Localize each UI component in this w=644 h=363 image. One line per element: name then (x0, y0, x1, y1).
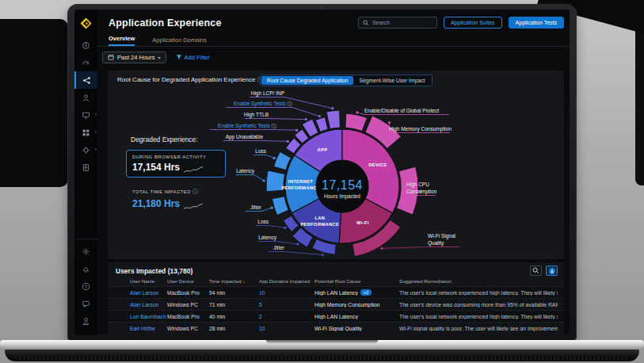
callout-line (258, 242, 298, 245)
cause-segment-high-lcp-inp[interactable] (326, 110, 340, 129)
callout-label-latency: Latency (236, 168, 255, 174)
callout-label-high-ttlb: High TTLB (244, 112, 269, 118)
callout-dot (318, 115, 321, 117)
column-header-user-device[interactable]: User Device (167, 278, 209, 284)
time-impacted-cell: 40 min (209, 314, 259, 319)
column-header-time-impacted[interactable]: Time Impacted ↓ (209, 278, 259, 284)
user-name-link[interactable]: Alan Larson (130, 290, 167, 296)
sidebar-item-monitoring[interactable] (74, 36, 97, 54)
page-background: ››› ? Application Experience Application… (0, 0, 644, 363)
column-header-user-name[interactable]: User Name (130, 278, 167, 284)
search-box[interactable] (358, 17, 437, 29)
app-domains-cell[interactable]: 10 (259, 326, 314, 331)
user-name-link[interactable]: Lori Baumbach (130, 314, 167, 319)
toggle-segment-wise-user-impact[interactable]: Segment-Wise User Impact (353, 76, 430, 85)
callout-dot (331, 107, 333, 109)
filter-row: Past 24 Hours ▾ Add Filter (97, 47, 570, 67)
gear-icon (82, 247, 90, 256)
app-domains-cell[interactable]: 10 (259, 290, 314, 296)
info-icon[interactable]: ⓘ (192, 189, 199, 194)
remediation-cell: The user's local network experienced hig… (399, 290, 558, 296)
trend-sparkline-icon (184, 202, 203, 209)
app-domains-cell[interactable]: 2 (259, 314, 314, 319)
remediation-cell: Wi-Fi signal quality is poor. The user w… (399, 326, 558, 331)
sidebar-item-dashboard[interactable] (74, 54, 97, 71)
callout-label-enable-disable-of-global-protect: Enable/Disable of Global Protect (364, 108, 439, 113)
remediation-cell: The user's local network experienced hig… (399, 314, 558, 319)
column-header-potential-root-cause[interactable]: Potential Root Cause (314, 278, 399, 284)
callout-label-enable-synthetic-tests: Enable Synthetic Tests ⓘ (234, 101, 292, 107)
column-header-suggested-remediation[interactable]: Suggested Remediation (399, 278, 558, 284)
column-header-app-domains-impacted[interactable]: App Domains Impacted (259, 278, 314, 284)
callout-line (382, 247, 459, 249)
search-input[interactable] (372, 20, 433, 25)
table-row[interactable]: Lori BaumbachMacBook Pro40 min2High LAN … (108, 310, 564, 322)
additional-causes-badge[interactable]: +2 (360, 289, 372, 296)
callout-dot (273, 157, 276, 159)
laptop-camera (321, 6, 323, 9)
callout-dot (296, 243, 299, 245)
callout-line (223, 141, 288, 142)
callout-label-high-memory-consumption: High Memory Consumption (389, 126, 452, 132)
sidebar-item-devices[interactable]: › (74, 106, 97, 124)
cause-segment-enable-disable-of-global-protect[interactable] (345, 113, 368, 131)
callout-label-high-cpu-consumption: High CPU (406, 182, 429, 188)
sidebar-item-notifications[interactable] (74, 260, 97, 277)
table-search-button[interactable] (530, 266, 542, 276)
callout-label-wi-fi-signal-quality: Quality (428, 240, 444, 246)
tab-overview[interactable]: Overview (109, 35, 135, 46)
callout-dot (388, 121, 391, 124)
tab-application-domains[interactable]: Application Domains (152, 36, 206, 46)
help-icon: ? (82, 282, 90, 291)
application-tests-button[interactable]: Application Tests (509, 17, 564, 29)
callout-line (210, 130, 296, 131)
sidebar-item-services[interactable]: › (74, 141, 97, 159)
performance-gauge-icon (82, 59, 90, 67)
callout-dot (322, 254, 324, 256)
callout-dot (287, 140, 289, 143)
chart-view-toggle: Root Cause Degraded ApplicationSegment-W… (260, 75, 433, 86)
user-icon (82, 94, 90, 102)
callout-dot (263, 180, 265, 182)
add-filter-button[interactable]: Add Filter (176, 54, 210, 61)
table-header-row: User NameUser DeviceTime Impacted ↓App D… (108, 278, 564, 286)
sidebar-item-application-experience[interactable] (74, 71, 97, 89)
app-domains-cell[interactable]: 5 (259, 302, 314, 308)
callout-label-latency: Latency (258, 235, 277, 241)
user-device-cell: MacBook Pro (167, 290, 209, 296)
service-gear-icon (82, 146, 90, 155)
root-cause-panel: Root Cause for Degraded Application Expe… (108, 71, 564, 259)
ring-label-wi-fi: Wi-Fi (356, 220, 369, 225)
user-name-link[interactable]: Alan Larson (130, 302, 167, 308)
background-shape-left (0, 19, 68, 187)
sidebar-item-applications[interactable]: › (74, 124, 97, 141)
user-name-link[interactable]: Earl Hirthe (130, 326, 167, 331)
callout-line (253, 155, 274, 159)
chart-title: Root Cause for Degraded Application Expe… (117, 76, 263, 84)
ring-label-internet-performance: INTERNET (288, 179, 314, 184)
sidebar-item-settings[interactable] (74, 243, 97, 260)
brand-logo-icon[interactable] (74, 10, 97, 36)
application-suites-button[interactable]: Application Suites (444, 17, 502, 29)
table-export-button[interactable] (546, 266, 558, 276)
chevron-right-icon: › (95, 112, 97, 117)
stats-heading: Degraded Experience: (131, 136, 226, 143)
ring-label-lan-performance: PERFORMANCE (300, 222, 339, 227)
toggle-root-cause-degraded-application[interactable]: Root Cause Degraded Application (261, 76, 353, 85)
callout-label-enable-synthetic-tests: Enable Synthetic Tests ⓘ (218, 123, 276, 129)
callout-line (236, 175, 265, 182)
sidebar-item-account[interactable] (74, 312, 97, 330)
table-row[interactable]: Alan LarsonWindows PC71 min5High Memory … (108, 298, 564, 310)
table-row[interactable]: Alan LarsonMacBook Pro94 min10High LAN L… (108, 286, 564, 298)
table-row[interactable]: Earl HirtheWindows PC28 min10Wi-Fi Signa… (108, 322, 564, 334)
chat-icon (82, 300, 90, 308)
sidebar-item-users[interactable] (74, 89, 97, 106)
time-range-dropdown[interactable]: Past 24 Hours ▾ (102, 52, 166, 63)
callout-label-wi-fi-signal-quality: Wi-Fi Signal (428, 233, 456, 239)
sidebar-item-reports[interactable] (74, 159, 97, 176)
sidebar-item-help[interactable]: ? (74, 277, 97, 295)
report-doc-icon (82, 163, 90, 172)
app-header: Application Experience Application Suite… (97, 10, 570, 36)
sidebar-item-feedback[interactable] (74, 295, 97, 312)
root-cause-cell: High LAN Latency (314, 314, 399, 319)
